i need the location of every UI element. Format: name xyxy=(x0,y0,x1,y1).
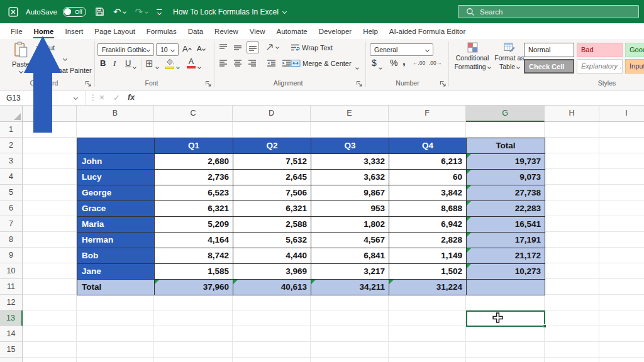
underline-button[interactable]: U xyxy=(125,58,131,68)
cell-B6[interactable]: Grace xyxy=(77,201,155,217)
font-dialog-launcher-icon[interactable] xyxy=(205,80,212,87)
row-header-10[interactable]: 10 xyxy=(0,263,23,279)
cell-F10[interactable]: 1,502 xyxy=(389,264,467,280)
cell-G9[interactable]: 21,172 xyxy=(467,248,545,264)
cell-style-input[interactable]: Input xyxy=(625,59,644,74)
cell-D10[interactable]: 3,969 xyxy=(233,264,311,280)
cell-B9[interactable]: Bob xyxy=(77,248,155,264)
cell-G5[interactable]: 27,738 xyxy=(467,185,545,201)
cell-C8[interactable]: 4,164 xyxy=(155,233,233,248)
comma-format-button[interactable]: , xyxy=(402,55,406,68)
cell-E2[interactable]: Q3 xyxy=(311,138,389,154)
row-header-8[interactable]: 8 xyxy=(0,232,23,248)
column-header-D[interactable]: D xyxy=(233,106,311,122)
ribbon-tab-home[interactable]: Home xyxy=(28,25,60,38)
column-header-A[interactable]: A xyxy=(23,106,77,122)
formula-bar-grip-icon[interactable]: ⋮ xyxy=(89,93,97,102)
merge-dropdown-icon[interactable] xyxy=(356,62,358,72)
name-box[interactable]: G13 xyxy=(0,91,86,105)
cell-F3[interactable]: 6,213 xyxy=(389,154,467,170)
cell-F9[interactable]: 1,149 xyxy=(389,248,467,264)
align-middle-button[interactable] xyxy=(233,43,242,52)
ribbon-tab-formulas[interactable]: Formulas xyxy=(141,25,182,38)
cell-F2[interactable]: Q4 xyxy=(389,138,467,154)
column-header-I[interactable]: I xyxy=(599,106,644,122)
row-header-7[interactable]: 7 xyxy=(0,216,23,232)
alignment-dialog-launcher-icon[interactable] xyxy=(356,80,363,87)
cell-G2[interactable]: Total xyxy=(467,138,545,154)
cell-G6[interactable]: 22,283 xyxy=(467,201,545,217)
cell-G4[interactable]: 9,073 xyxy=(467,170,545,185)
cell-style-bad[interactable]: Bad xyxy=(577,43,623,57)
cut-button[interactable]: ✂ Cut xyxy=(36,43,55,52)
cell-D2[interactable]: Q2 xyxy=(233,138,311,154)
cell-F8[interactable]: 2,828 xyxy=(389,233,467,248)
currency-format-button[interactable]: $ xyxy=(372,58,377,68)
column-header-G[interactable]: G xyxy=(466,106,545,122)
cell-G7[interactable]: 16,541 xyxy=(467,217,545,233)
cell-F4[interactable]: 60 xyxy=(389,170,467,185)
save-button[interactable] xyxy=(95,7,104,16)
cell-D7[interactable]: 2,588 xyxy=(233,217,311,233)
underline-dropdown-icon[interactable] xyxy=(133,62,136,71)
cell-D3[interactable]: 7,512 xyxy=(233,154,311,170)
cell-D4[interactable]: 2,645 xyxy=(233,170,311,185)
orientation-button[interactable] xyxy=(265,43,279,52)
column-header-F[interactable]: F xyxy=(389,106,466,122)
undo-dropdown-icon[interactable] xyxy=(123,10,127,14)
shrink-font-button[interactable]: A xyxy=(197,45,205,52)
cell-C2[interactable]: Q1 xyxy=(155,138,233,154)
row-header-12[interactable]: 12 xyxy=(0,295,23,310)
bold-button[interactable]: B xyxy=(100,58,106,68)
cell-style-good[interactable]: Good xyxy=(625,43,644,57)
cell-G11[interactable] xyxy=(467,280,545,295)
number-dialog-launcher-icon[interactable] xyxy=(440,80,447,87)
row-header-1[interactable]: 1 xyxy=(0,122,23,138)
borders-button[interactable]: ⊞ xyxy=(145,58,153,69)
decrease-indent-button[interactable] xyxy=(267,59,276,67)
align-top-button[interactable] xyxy=(219,43,228,52)
row-header-9[interactable]: 9 xyxy=(0,248,23,263)
italic-button[interactable]: I xyxy=(113,58,116,69)
align-right-button[interactable] xyxy=(248,59,257,67)
cell-B4[interactable]: Lucy xyxy=(77,170,155,185)
cell-C11[interactable]: 37,960 xyxy=(155,280,233,295)
column-header-B[interactable]: B xyxy=(77,106,154,122)
autosave-toggle[interactable]: Off xyxy=(63,7,86,17)
cell-D6[interactable]: 6,321 xyxy=(233,201,311,217)
cell-E8[interactable]: 4,567 xyxy=(311,233,389,248)
cell-E7[interactable]: 1,802 xyxy=(311,217,389,233)
redo-button[interactable]: ↷ xyxy=(135,7,148,16)
cell-E9[interactable]: 6,841 xyxy=(311,248,389,264)
row-header-15[interactable]: 15 xyxy=(0,342,23,358)
cell-E11[interactable]: 34,211 xyxy=(311,280,389,295)
grow-font-button[interactable]: A xyxy=(182,44,191,53)
row-header-13[interactable]: 13 xyxy=(0,310,23,326)
cell-B2[interactable] xyxy=(77,138,155,154)
fill-handle[interactable] xyxy=(543,324,547,328)
fill-color-dropdown-icon[interactable] xyxy=(177,62,179,71)
ribbon-tab-review[interactable]: Review xyxy=(209,25,244,38)
row-header-2[interactable]: 2 xyxy=(0,138,23,153)
cell-style-check[interactable]: Check Cell xyxy=(524,59,574,74)
ribbon-tab-page-layout[interactable]: Page Layout xyxy=(89,25,141,38)
currency-dropdown-icon[interactable] xyxy=(379,62,382,72)
cell-C5[interactable]: 6,523 xyxy=(155,185,233,201)
cell-F6[interactable]: 8,688 xyxy=(389,201,467,217)
format-painter-button[interactable]: Format Painter xyxy=(36,66,92,74)
row-header-3[interactable]: 3 xyxy=(0,153,23,169)
cell-C10[interactable]: 1,585 xyxy=(155,264,233,280)
cell-G3[interactable]: 19,737 xyxy=(467,154,545,170)
merge-center-button[interactable]: Merge & Center xyxy=(291,59,352,67)
cell-style-normal[interactable]: Normal xyxy=(524,43,574,57)
cell-C6[interactable]: 6,321 xyxy=(155,201,233,217)
ribbon-tab-data[interactable]: Data xyxy=(182,25,209,38)
number-format-select[interactable]: General xyxy=(370,43,433,56)
font-size-select[interactable]: 10 xyxy=(156,43,179,56)
formula-input[interactable] xyxy=(143,91,644,105)
cell-B8[interactable]: Herman xyxy=(77,233,155,248)
active-cell-selection[interactable] xyxy=(466,310,545,327)
row-header-16[interactable]: 16 xyxy=(0,358,23,362)
cell-E6[interactable]: 953 xyxy=(311,201,389,217)
cell-B5[interactable]: George xyxy=(77,185,155,201)
